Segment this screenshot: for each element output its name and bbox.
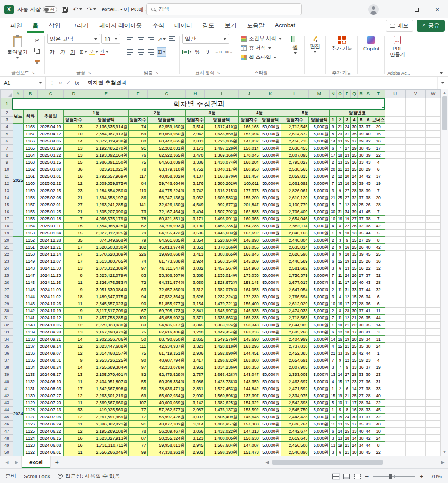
cell[interactable]: 61,773,588원 [147, 258, 186, 265]
cell[interactable]: 2,737 [186, 371, 205, 378]
cell[interactable]: 31 [372, 336, 385, 343]
column-header-D[interactable]: D [64, 90, 83, 98]
cell[interactable]: 23 [350, 378, 357, 385]
cell[interactable]: 16 [350, 159, 357, 166]
cell[interactable]: 64,331,574원 [147, 279, 186, 286]
cell[interactable]: 2,706,409 [281, 208, 309, 216]
cell[interactable]: 40,858,302원 [147, 173, 186, 180]
cell[interactable]: 1 [330, 407, 337, 414]
cell[interactable]: 44 [365, 286, 372, 293]
cell[interactable]: 15 [350, 293, 357, 300]
cell[interactable]: 2,647,054 [281, 286, 309, 293]
cell[interactable]: 63 [64, 407, 83, 414]
year-cell[interactable]: 2025 [13, 124, 23, 237]
cell[interactable]: 33 [350, 364, 357, 371]
cell[interactable]: 31 [337, 208, 344, 216]
cell[interactable]: 8 [372, 442, 385, 449]
cell[interactable]: 5,000원 [309, 201, 330, 208]
cell[interactable]: 1150 [23, 251, 37, 258]
cell[interactable]: 2 [330, 159, 337, 166]
row-header-45[interactable]: 45 [1, 414, 13, 421]
cell[interactable]: 48,687,794원 [147, 357, 186, 364]
cell[interactable]: 1122 [23, 449, 37, 456]
cell[interactable]: 21 [330, 194, 337, 201]
row-header-11[interactable]: 11 [1, 173, 13, 180]
cell[interactable]: 3 [330, 265, 337, 272]
cell[interactable]: 1,725,085원 [205, 138, 239, 145]
cell[interactable]: 154,785 [238, 223, 260, 230]
cell[interactable] [405, 159, 425, 166]
cell[interactable]: 20 [372, 194, 385, 201]
cell[interactable]: 17 [350, 400, 357, 407]
cell[interactable]: 1,613,380,765원 [83, 258, 129, 265]
cell[interactable]: 2024.10.19 [37, 308, 64, 315]
cell[interactable]: 27 [357, 378, 365, 385]
cell[interactable] [385, 407, 405, 414]
cell[interactable]: 2,540,890 [281, 449, 309, 456]
cell[interactable]: 1168 [23, 124, 37, 131]
cell[interactable]: 13 [350, 230, 357, 237]
cell[interactable]: 5,000원 [309, 272, 330, 279]
cell[interactable] [426, 251, 441, 258]
cell[interactable]: 35 [357, 230, 365, 237]
cell[interactable]: 41 [365, 329, 372, 336]
cell[interactable]: 21 [350, 258, 357, 265]
cell[interactable]: 1,284,854,250원 [83, 187, 129, 194]
cell[interactable] [385, 117, 405, 124]
cell[interactable]: 34 [365, 293, 372, 300]
cell[interactable]: 32 [372, 414, 385, 421]
cell[interactable]: 10 [337, 322, 344, 329]
cell[interactable] [426, 300, 441, 308]
cell[interactable] [385, 286, 405, 293]
cell[interactable]: 1,854,965,425원 [83, 223, 129, 230]
cell[interactable]: 2,635,014 [281, 244, 309, 251]
row-header-17[interactable]: 17 [1, 216, 13, 223]
format-painter-button[interactable] [32, 56, 42, 66]
cell[interactable]: 97 [128, 265, 147, 272]
cell[interactable]: 40 [357, 279, 365, 286]
cell[interactable]: 83 [128, 272, 147, 279]
cell[interactable] [385, 435, 405, 442]
cell[interactable]: 69,795,173원 [147, 308, 186, 315]
cell[interactable]: 26 [357, 315, 365, 322]
cell[interactable]: 38 [365, 194, 372, 201]
cell[interactable]: 33 [350, 286, 357, 293]
cell[interactable]: 2024.10.12 [37, 315, 64, 322]
vertical-scroll-thumb[interactable] [442, 96, 447, 130]
cell[interactable]: 1,497,128원 [205, 145, 239, 152]
tab-formulas[interactable]: 수식 [147, 18, 169, 33]
cell[interactable]: 160,366 [238, 216, 260, 223]
cell[interactable]: 2,848,165 [281, 230, 309, 237]
cell[interactable]: 56,747,136원 [147, 194, 186, 201]
cell[interactable]: 2,267,891,969원 [83, 414, 129, 421]
cell[interactable]: 84 [128, 180, 147, 187]
cell[interactable]: 2,442,674 [281, 428, 309, 435]
cell[interactable]: 3,386 [186, 159, 205, 166]
cell[interactable]: 32,026,130원 [147, 201, 186, 208]
cell[interactable]: 78 [128, 166, 147, 173]
cell[interactable]: 50,000원 [260, 173, 281, 180]
cell[interactable]: 37 [357, 216, 365, 223]
cell[interactable]: 87 [128, 435, 147, 442]
cell[interactable] [385, 159, 405, 166]
cell[interactable]: 156,400 [238, 300, 260, 308]
cell[interactable]: 39 [365, 152, 372, 159]
font-name-select[interactable]: 맑은 고딕 [47, 34, 100, 44]
cell[interactable]: 99 [128, 449, 147, 456]
cell[interactable] [426, 336, 441, 343]
cell[interactable]: 1 [330, 322, 337, 329]
cell[interactable]: 33 [357, 159, 365, 166]
cell[interactable]: 50,000원 [260, 145, 281, 152]
cell[interactable] [405, 300, 425, 308]
zoom-slider[interactable] [373, 476, 415, 477]
cell[interactable]: 50,000원 [260, 244, 281, 251]
cell[interactable]: 6 [344, 385, 351, 392]
cell[interactable]: 25 [350, 244, 357, 251]
cell[interactable]: 1154 [23, 223, 37, 230]
cell[interactable]: 3,514 [186, 124, 205, 131]
cell[interactable]: 77 [128, 442, 147, 449]
cell[interactable]: 25 [372, 251, 385, 258]
cell[interactable] [426, 378, 441, 385]
account-avatar[interactable] [368, 4, 379, 15]
cell[interactable]: 50,000원 [260, 414, 281, 421]
